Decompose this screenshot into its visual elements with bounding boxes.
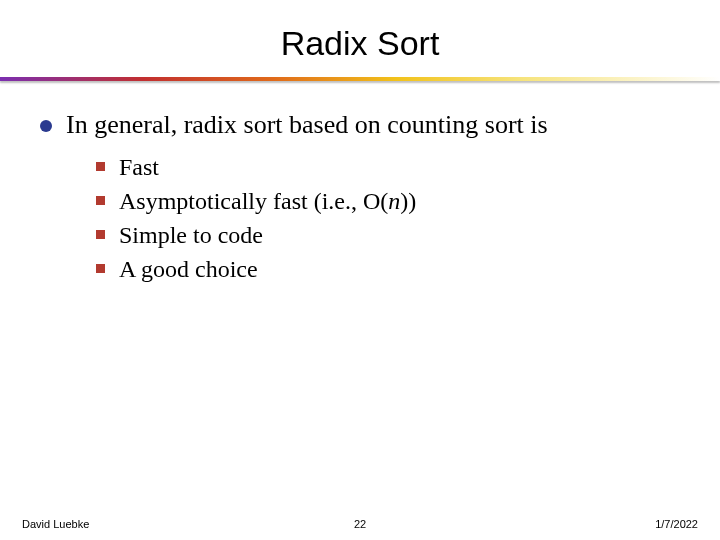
bullet-level1: In general, radix sort based on counting… <box>40 109 692 142</box>
bullet-level2-text: Fast <box>119 152 159 182</box>
bullet-level2-text: Asymptotically fast (i.e., O(n)) <box>119 186 416 216</box>
slide-title: Radix Sort <box>0 0 720 77</box>
sub-bullet-list: Fast Asymptotically fast (i.e., O(n)) Si… <box>96 152 692 284</box>
slide-body: In general, radix sort based on counting… <box>0 109 720 284</box>
gradient-rule <box>0 77 720 81</box>
bullet-level2: Asymptotically fast (i.e., O(n)) <box>96 186 692 216</box>
bullet-circle-icon <box>40 120 52 132</box>
bullet-square-icon <box>96 264 105 273</box>
bullet-square-icon <box>96 162 105 171</box>
bullet-level2: Simple to code <box>96 220 692 250</box>
bullet-square-icon <box>96 230 105 239</box>
bullet-square-icon <box>96 196 105 205</box>
bullet-level2-text: Simple to code <box>119 220 263 250</box>
footer-date: 1/7/2022 <box>655 518 698 530</box>
bullet-level2: Fast <box>96 152 692 182</box>
slide-footer: David Luebke 22 1/7/2022 <box>0 518 720 530</box>
bullet-level2-text: A good choice <box>119 254 258 284</box>
bullet-level2: A good choice <box>96 254 692 284</box>
footer-author: David Luebke <box>22 518 89 530</box>
footer-page-number: 22 <box>354 518 366 530</box>
bullet-level1-text: In general, radix sort based on counting… <box>66 109 548 142</box>
